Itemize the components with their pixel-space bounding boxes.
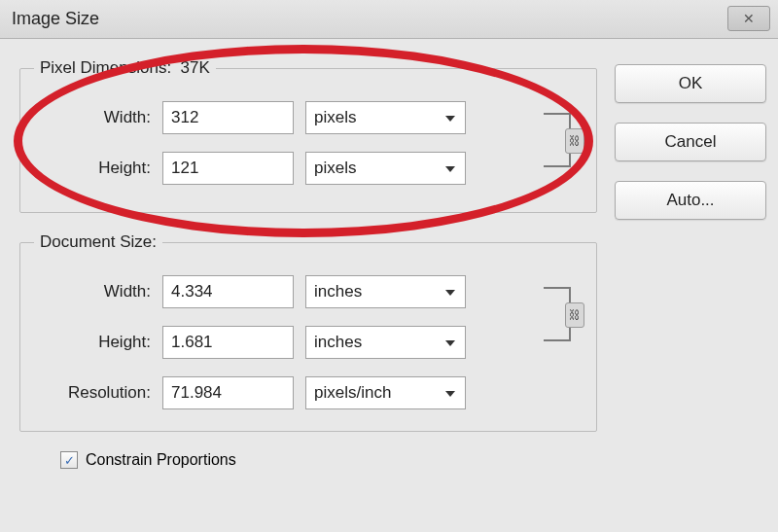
cancel-button[interactable]: Cancel	[615, 123, 766, 161]
constrain-row[interactable]: ✓ Constrain Proportions	[19, 451, 597, 469]
doc-link-icon[interactable]: ⛓	[565, 302, 584, 328]
doc-height-unit-select[interactable]: inches	[305, 326, 466, 359]
dialog-title: Image Size	[12, 9, 99, 29]
document-size-group: Document Size: Width: inches Height: inc…	[19, 232, 597, 432]
ok-button[interactable]: OK	[615, 64, 766, 103]
px-height-input[interactable]	[162, 152, 294, 185]
close-button[interactable]: ✕	[727, 6, 770, 31]
resolution-unit-text: pixels/inch	[314, 383, 391, 403]
px-width-unit-select[interactable]: pixels	[305, 101, 466, 134]
titlebar: Image Size ✕	[0, 0, 778, 39]
close-icon: ✕	[743, 11, 755, 26]
pixel-dimensions-size: 37K	[181, 58, 210, 77]
chain-icon: ⛓	[569, 134, 581, 148]
doc-height-label: Height:	[34, 333, 151, 352]
px-height-label: Height:	[34, 159, 151, 178]
dialog-body: Pixel Dimensions: 37K Width: pixels Heig…	[0, 39, 778, 532]
doc-width-label: Width:	[34, 282, 151, 301]
doc-width-input[interactable]	[162, 275, 294, 308]
pixel-dimensions-legend: Pixel Dimensions: 37K	[34, 58, 216, 78]
chain-icon: ⛓	[569, 308, 581, 322]
document-size-legend: Document Size:	[34, 232, 162, 252]
resolution-label: Resolution:	[34, 383, 151, 403]
px-link-icon[interactable]: ⛓	[565, 128, 584, 154]
px-width-unit-text: pixels	[314, 108, 356, 127]
pixel-dimensions-group: Pixel Dimensions: 37K Width: pixels Heig…	[19, 58, 597, 213]
doc-width-unit-text: inches	[314, 282, 362, 301]
px-height-unit-text: pixels	[314, 159, 356, 178]
resolution-unit-select[interactable]: pixels/inch	[305, 376, 466, 409]
doc-width-unit-select[interactable]: inches	[305, 275, 466, 308]
auto-button[interactable]: Auto...	[615, 181, 766, 220]
constrain-checkbox[interactable]: ✓	[60, 451, 78, 469]
doc-height-input[interactable]	[162, 326, 294, 359]
px-width-label: Width:	[34, 108, 151, 127]
constrain-label: Constrain Proportions	[86, 451, 236, 469]
resolution-input[interactable]	[162, 376, 294, 409]
pixel-dimensions-label: Pixel Dimensions:	[40, 58, 171, 77]
doc-height-unit-text: inches	[314, 333, 362, 352]
px-height-unit-select[interactable]: pixels	[305, 152, 466, 185]
px-width-input[interactable]	[162, 101, 294, 134]
